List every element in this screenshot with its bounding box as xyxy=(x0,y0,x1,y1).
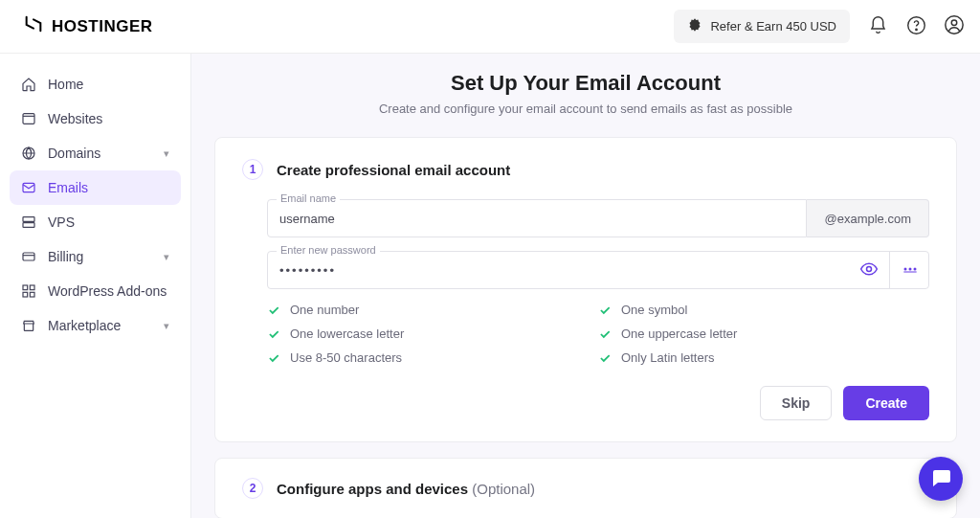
eye-icon xyxy=(859,259,879,282)
password-rule: One lowercase letter xyxy=(267,327,598,341)
sidebar-item-marketplace[interactable]: Marketplace ▾ xyxy=(10,308,181,343)
avatar-icon xyxy=(944,14,965,38)
shop-icon xyxy=(21,318,36,333)
dots-icon xyxy=(901,259,920,282)
password-rule: Only Latin letters xyxy=(598,350,929,365)
password-field: Enter new password xyxy=(267,251,929,289)
generate-password-button[interactable] xyxy=(889,251,929,289)
sidebar-item-label: Websites xyxy=(48,111,102,126)
account-button[interactable] xyxy=(944,16,965,37)
svg-rect-9 xyxy=(23,253,34,260)
brand-logo-icon xyxy=(23,13,44,39)
rule-text: One uppercase letter xyxy=(621,327,737,341)
step2-title-text: Configure apps and devices xyxy=(277,481,472,497)
step1-card: 1 Create professional email account Emai… xyxy=(214,137,957,442)
password-rule: Use 8-50 characters xyxy=(267,350,598,365)
toggle-password-visibility-button[interactable] xyxy=(849,251,889,289)
step-number-badge: 1 xyxy=(242,159,263,180)
step-number-badge: 2 xyxy=(242,478,263,499)
sidebar-item-vps[interactable]: VPS xyxy=(10,205,181,239)
create-button[interactable]: Create xyxy=(843,386,929,420)
globe-icon xyxy=(21,146,36,161)
grid-icon xyxy=(21,283,36,299)
sidebar-item-home[interactable]: Home xyxy=(10,67,181,101)
domain-suffix: @example.com xyxy=(807,199,929,237)
password-rule: One number xyxy=(267,303,598,317)
chevron-down-icon: ▾ xyxy=(164,251,169,263)
card-header: 1 Create professional email account xyxy=(242,159,929,180)
sidebar-item-label: Home xyxy=(48,77,83,92)
email-name-input[interactable] xyxy=(267,199,807,237)
email-name-label: Email name xyxy=(277,192,340,204)
svg-point-1 xyxy=(915,29,916,30)
check-icon xyxy=(267,351,280,365)
svg-point-15 xyxy=(903,267,906,270)
home-icon xyxy=(21,77,36,92)
mail-icon xyxy=(21,180,36,195)
help-button[interactable] xyxy=(905,16,926,37)
sidebar-item-domains[interactable]: Domains ▾ xyxy=(10,136,181,170)
topbar-icons xyxy=(867,16,965,37)
rule-text: One lowercase letter xyxy=(290,327,404,341)
rosette-icon xyxy=(687,17,702,35)
svg-rect-8 xyxy=(23,223,34,228)
svg-point-14 xyxy=(867,266,872,271)
check-icon xyxy=(267,304,280,317)
password-rule: One symbol xyxy=(598,303,929,317)
main-content: Set Up Your Email Account Create and con… xyxy=(191,54,980,518)
chevron-down-icon: ▾ xyxy=(164,320,169,332)
rule-text: One number xyxy=(290,303,359,317)
check-icon xyxy=(598,304,612,317)
refer-earn-button[interactable]: Refer & Earn 450 USD xyxy=(674,10,850,43)
page-title: Set Up Your Email Account xyxy=(214,71,957,96)
rule-text: Use 8-50 characters xyxy=(290,350,402,365)
page-subtitle: Create and configure your email account … xyxy=(214,101,957,116)
svg-rect-12 xyxy=(23,292,28,297)
sidebar-item-label: WordPress Add-ons xyxy=(48,283,167,299)
check-icon xyxy=(598,351,612,365)
svg-rect-7 xyxy=(23,217,34,222)
svg-point-16 xyxy=(908,267,911,270)
step1-form: Email name @example.com Enter new passwo… xyxy=(242,199,929,420)
card-icon xyxy=(21,249,36,264)
svg-rect-4 xyxy=(23,114,34,124)
sidebar-item-billing[interactable]: Billing ▾ xyxy=(10,239,181,274)
topbar: HOSTINGER Refer & Earn 450 USD xyxy=(0,0,980,54)
brand[interactable]: HOSTINGER xyxy=(23,13,153,39)
chat-fab-button[interactable] xyxy=(919,457,963,501)
server-icon xyxy=(21,214,36,230)
optional-label: (Optional) xyxy=(472,481,535,497)
svg-rect-11 xyxy=(30,285,34,290)
check-icon xyxy=(267,327,280,341)
card-title: Create professional email account xyxy=(277,162,510,178)
sidebar-item-websites[interactable]: Websites xyxy=(10,101,181,136)
chat-icon xyxy=(929,466,952,492)
svg-point-17 xyxy=(913,267,916,270)
step1-actions: Skip Create xyxy=(267,386,929,420)
sidebar-item-label: Billing xyxy=(48,249,83,264)
help-icon xyxy=(906,15,926,38)
card-title: Configure apps and devices (Optional) xyxy=(277,481,535,497)
sidebar-item-label: Domains xyxy=(48,146,100,161)
chevron-down-icon: ▾ xyxy=(164,147,169,160)
svg-rect-10 xyxy=(23,285,28,290)
bell-icon xyxy=(868,15,888,38)
sidebar: Home Websites Domains ▾ Emails VPS xyxy=(0,54,191,518)
svg-rect-13 xyxy=(30,292,34,297)
skip-button[interactable]: Skip xyxy=(760,386,833,420)
sidebar-item-label: Emails xyxy=(48,180,88,195)
window-icon xyxy=(21,111,36,126)
sidebar-item-emails[interactable]: Emails xyxy=(10,170,181,205)
svg-rect-18 xyxy=(903,271,916,272)
step2-card: 2 Configure apps and devices (Optional) xyxy=(214,458,957,518)
password-label: Enter new password xyxy=(277,244,380,256)
refer-earn-label: Refer & Earn 450 USD xyxy=(710,19,836,34)
brand-name: HOSTINGER xyxy=(52,17,153,36)
password-input[interactable] xyxy=(267,251,929,289)
password-rule: One uppercase letter xyxy=(598,327,929,341)
rule-text: One symbol xyxy=(621,303,687,317)
rule-text: Only Latin letters xyxy=(621,350,715,365)
notifications-button[interactable] xyxy=(867,16,888,37)
sidebar-item-wordpress-addons[interactable]: WordPress Add-ons xyxy=(10,274,181,308)
password-rules: One number One symbol One lowercase lett… xyxy=(267,303,929,365)
